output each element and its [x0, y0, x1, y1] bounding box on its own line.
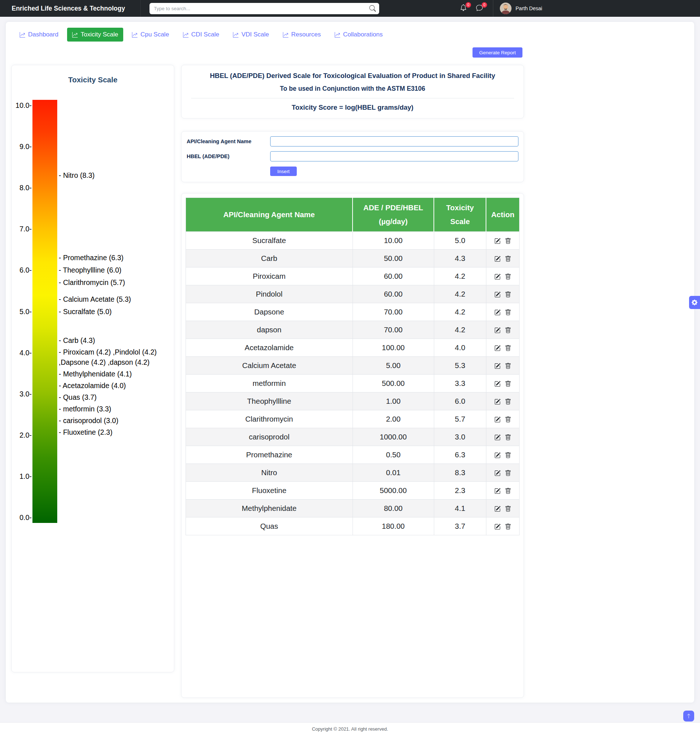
cell-scale: 3.0 — [434, 428, 486, 446]
table-row: Acetazolamide100.004.0 — [186, 339, 519, 356]
tab-collaborations[interactable]: Collaborations — [329, 28, 388, 41]
cell-action — [486, 499, 519, 517]
cell-ade: 1000.00 — [353, 428, 434, 446]
agent-name-label: API/Cleaning Agent Name — [187, 136, 270, 147]
delete-button[interactable] — [505, 417, 511, 423]
edit-button[interactable] — [494, 310, 501, 315]
trash-icon — [505, 506, 511, 512]
main-content-card: DashboardToxicity ScaleCpu ScaleCDI Scal… — [6, 22, 694, 703]
cell-ade: 70.00 — [353, 321, 434, 339]
delete-button[interactable] — [505, 399, 511, 405]
chart-line-icon — [132, 32, 137, 38]
edit-pencil-icon — [494, 506, 501, 512]
table-row: Pindolol60.004.2 — [186, 285, 519, 303]
delete-button[interactable] — [505, 327, 511, 333]
cell-ade: 5.00 — [353, 356, 434, 374]
cell-ade: 80.00 — [353, 499, 434, 517]
edit-button[interactable] — [494, 417, 501, 423]
delete-button[interactable] — [505, 274, 511, 280]
delete-button[interactable] — [505, 524, 511, 530]
trash-icon — [505, 238, 511, 244]
scroll-to-top-button[interactable] — [683, 711, 694, 722]
delete-button[interactable] — [505, 452, 511, 458]
edit-button[interactable] — [494, 274, 501, 280]
tab-dashboard[interactable]: Dashboard — [15, 28, 63, 41]
cell-name: dapson — [186, 321, 353, 339]
delete-button[interactable] — [505, 488, 511, 494]
hbel-input[interactable] — [270, 151, 518, 161]
cell-action — [486, 517, 519, 535]
chart-line-icon — [20, 32, 25, 38]
notifications-button[interactable]: 0 — [460, 4, 468, 12]
cell-action — [486, 464, 519, 481]
cell-scale: 4.0 — [434, 339, 486, 356]
notification-badge: 0 — [466, 2, 471, 8]
delete-button[interactable] — [505, 381, 511, 387]
edit-button[interactable] — [494, 452, 501, 458]
cell-scale: 4.2 — [434, 285, 486, 303]
search-icon[interactable] — [369, 5, 376, 12]
table-row: Promethazine0.506.3 — [186, 446, 519, 464]
edit-button[interactable] — [494, 381, 501, 387]
tab-toxicity-scale[interactable]: Toxicity Scale — [67, 28, 123, 41]
chart-point-label: - Carb (4.3) — [59, 335, 171, 345]
avatar — [500, 3, 512, 14]
settings-toggle-button[interactable] — [689, 296, 700, 309]
edit-button[interactable] — [494, 399, 501, 405]
edit-button[interactable] — [494, 506, 501, 512]
delete-button[interactable] — [505, 345, 511, 351]
chart-point-label: - Nitro (8.3) — [59, 170, 171, 180]
edit-button[interactable] — [494, 488, 501, 494]
edit-button[interactable] — [494, 524, 501, 530]
trash-icon — [505, 274, 511, 280]
edit-button[interactable] — [494, 363, 501, 369]
cell-action — [486, 392, 519, 410]
cell-ade: 1.00 — [353, 392, 434, 410]
edit-pencil-icon — [494, 434, 501, 440]
trash-icon — [505, 399, 511, 405]
axis-tick: 8.0- — [19, 184, 32, 192]
edit-button[interactable] — [494, 345, 501, 351]
user-menu[interactable]: Parth Desai — [500, 3, 542, 14]
insert-button[interactable]: Insert — [270, 167, 297, 176]
delete-button[interactable] — [505, 506, 511, 512]
delete-button[interactable] — [505, 363, 511, 369]
global-search — [150, 3, 379, 14]
tab-label: Collaborations — [343, 31, 383, 38]
delete-button[interactable] — [505, 292, 511, 298]
chart-point-label: - Piroxicam (4.2) ,Pindolol (4.2) ,Dapso… — [59, 347, 171, 367]
tab-vdi-scale[interactable]: VDI Scale — [228, 28, 274, 41]
cell-action — [486, 410, 519, 428]
delete-button[interactable] — [505, 256, 511, 262]
delete-button[interactable] — [505, 238, 511, 244]
delete-button[interactable] — [505, 434, 511, 440]
tab-resources[interactable]: Resources — [278, 28, 326, 41]
edit-pencil-icon — [494, 524, 501, 530]
search-input[interactable] — [150, 3, 379, 14]
delete-button[interactable] — [505, 470, 511, 476]
cell-name: Sucralfate — [186, 232, 353, 249]
cell-scale: 6.3 — [434, 446, 486, 464]
chart-point-label: - Promethazine (6.3) — [59, 252, 171, 263]
tab-cpu-scale[interactable]: Cpu Scale — [127, 28, 174, 41]
edit-button[interactable] — [494, 434, 501, 440]
tab-cdi-scale[interactable]: CDI Scale — [178, 28, 225, 41]
edit-button[interactable] — [494, 292, 501, 298]
copyright-text: Copyright © 2021. All right reserved. — [312, 726, 388, 732]
column-header-api-cleaning-agent-name: API/Cleaning Agent Name — [186, 198, 353, 232]
axis-tick: 4.0- — [19, 348, 32, 357]
edit-button[interactable] — [494, 327, 501, 333]
chart-point-label: - metformin (3.3) — [59, 404, 171, 414]
edit-button[interactable] — [494, 470, 501, 476]
table-row: carisoprodol1000.003.0 — [186, 428, 519, 446]
table-row: Fluoxetine5000.002.3 — [186, 481, 519, 499]
messages-button[interactable]: 0 — [476, 4, 484, 12]
nav-tabs: DashboardToxicity ScaleCpu ScaleCDI Scal… — [6, 22, 694, 47]
edit-button[interactable] — [494, 238, 501, 244]
generate-report-button[interactable]: Generate Report — [472, 47, 522, 57]
edit-button[interactable] — [494, 256, 501, 262]
agent-name-input[interactable] — [270, 136, 518, 147]
cell-name: Methylphenidate — [186, 499, 353, 517]
cell-action — [486, 356, 519, 374]
delete-button[interactable] — [505, 310, 511, 315]
